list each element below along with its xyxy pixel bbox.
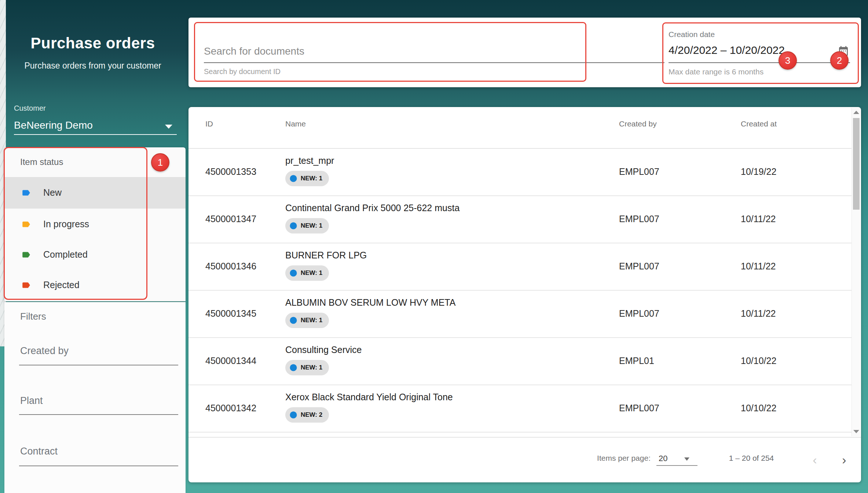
status-filter-in-progress[interactable]: In progress xyxy=(4,209,186,240)
pagination-range: 1 – 20 of 254 xyxy=(717,454,786,463)
table-row[interactable]: Continental Grand Prix 5000 25-622 musta… xyxy=(188,196,851,243)
previous-page-button[interactable]: ‹ xyxy=(807,452,822,467)
chevron-down-icon[interactable] xyxy=(684,457,689,461)
filters-panel: Filters Created by Plant Contract xyxy=(4,302,186,493)
next-page-button[interactable]: › xyxy=(837,452,851,467)
status-badge: NEW: 1 xyxy=(285,265,329,281)
new-status-dot-icon xyxy=(290,411,297,419)
status-filter-completed[interactable]: Completed xyxy=(4,239,186,271)
table-row[interactable]: Xerox Black Standard Yield Original Tone… xyxy=(188,385,851,433)
order-name: Consulting Service xyxy=(285,345,362,355)
creation-date-underline xyxy=(669,62,850,63)
order-created-at: 10/10/22 xyxy=(741,403,776,413)
new-status-dot-icon xyxy=(290,269,297,277)
label-tag-icon xyxy=(21,280,31,290)
order-created-by: EMPL01 xyxy=(619,356,654,366)
order-created-by: EMPL007 xyxy=(619,214,659,224)
input-underline xyxy=(19,466,178,466)
order-id: 4500001342 xyxy=(205,403,256,413)
label-tag-icon xyxy=(21,250,31,260)
filter-contract-input[interactable]: Contract xyxy=(4,446,186,477)
column-header-created-at: Created at xyxy=(741,119,777,128)
input-underline xyxy=(19,414,178,415)
customer-label: Customer xyxy=(14,104,46,113)
item-status-title: Item status xyxy=(20,157,63,167)
input-underline xyxy=(19,365,178,365)
scroll-down-arrow-icon[interactable] xyxy=(853,430,859,433)
order-name: BURNER FOR LPG xyxy=(285,250,367,261)
label-tag-icon xyxy=(21,188,31,198)
filter-created-by-placeholder: Created by xyxy=(20,345,69,357)
filter-plant-placeholder: Plant xyxy=(20,395,43,406)
purchase-orders-table-card: ID Name Created by Created at pr_test_mp… xyxy=(188,107,861,482)
order-created-at: 10/11/22 xyxy=(741,261,776,272)
scroll-up-arrow-icon[interactable] xyxy=(853,111,859,114)
order-id: 4500001345 xyxy=(205,308,256,319)
items-per-page-select[interactable]: 20 xyxy=(659,454,667,463)
table-row[interactable]: Consulting Service 4500001344 NEW: 1 EMP… xyxy=(188,338,851,385)
order-created-at: 10/11/22 xyxy=(741,214,776,224)
annotation-badge-2: 2 xyxy=(830,51,849,70)
footer-divider xyxy=(188,437,861,438)
order-id: 4500001353 xyxy=(205,166,256,177)
status-label: Completed xyxy=(43,249,88,260)
creation-date-helper-text: Max date range is 6 months xyxy=(669,67,763,76)
creation-date-range-input[interactable]: 4/20/2022 – 10/20/2022 xyxy=(669,44,785,56)
chevron-down-icon xyxy=(165,125,172,129)
order-name: Continental Grand Prix 5000 25-622 musta xyxy=(285,203,459,213)
column-header-id: ID xyxy=(205,119,213,128)
page-subtitle: Purchase orders from your customer xyxy=(0,61,186,71)
order-created-by: EMPL007 xyxy=(619,308,659,319)
status-badge: NEW: 2 xyxy=(285,407,329,423)
order-id: 4500001347 xyxy=(205,214,256,224)
annotation-badge-1: 1 xyxy=(151,153,169,172)
order-name: Xerox Black Standard Yield Original Tone xyxy=(285,392,453,402)
document-search-input[interactable]: Search for documents xyxy=(204,45,304,57)
status-filter-new[interactable]: New xyxy=(4,177,186,209)
vertical-scrollbar[interactable] xyxy=(851,108,860,436)
new-status-dot-icon xyxy=(290,222,297,229)
order-created-by: EMPL007 xyxy=(619,166,659,177)
annotation-badge-3: 3 xyxy=(779,51,797,70)
items-per-page-underline xyxy=(656,465,697,466)
customer-select[interactable]: BeNeering Demo xyxy=(14,118,177,135)
order-created-at: 10/11/22 xyxy=(741,308,776,319)
status-badge: NEW: 1 xyxy=(285,313,329,328)
label-tag-icon xyxy=(21,220,31,229)
page-title: Purchase orders xyxy=(0,34,186,52)
order-created-at: 10/10/22 xyxy=(741,356,776,366)
search-underline xyxy=(204,62,664,63)
new-status-dot-icon xyxy=(290,175,297,182)
column-header-created-by: Created by xyxy=(619,119,657,128)
filter-contract-placeholder: Contract xyxy=(20,446,58,457)
filter-plant-input[interactable]: Plant xyxy=(4,395,186,426)
order-created-at: 10/19/22 xyxy=(741,166,776,177)
new-status-dot-icon xyxy=(290,364,297,371)
table-row[interactable]: BURNER FOR LPG 4500001346 NEW: 1 EMPL007… xyxy=(188,243,851,291)
scrollbar-thumb[interactable] xyxy=(853,118,860,210)
order-id: 4500001346 xyxy=(205,261,256,272)
status-label: Rejected xyxy=(43,280,80,290)
customer-selected-value: BeNeering Demo xyxy=(14,119,93,131)
search-helper-text: Search by document ID xyxy=(204,67,281,76)
column-header-name: Name xyxy=(285,119,306,128)
new-status-dot-icon xyxy=(290,317,297,324)
filters-title: Filters xyxy=(20,311,46,322)
order-created-by: EMPL007 xyxy=(619,403,659,413)
order-name: ALBUMIN BOV SERUM LOW HVY META xyxy=(285,297,455,308)
status-badge: NEW: 1 xyxy=(285,360,329,375)
status-badge: NEW: 1 xyxy=(285,171,329,186)
table-row[interactable]: pr_test_mpr 4500001353 NEW: 1 EMPL007 10… xyxy=(188,149,851,196)
filter-created-by-input[interactable]: Created by xyxy=(4,345,186,376)
items-per-page-label: Items per page: xyxy=(570,454,651,463)
order-name: pr_test_mpr xyxy=(285,155,334,166)
order-id: 4500001344 xyxy=(205,356,256,366)
status-filter-rejected[interactable]: Rejected xyxy=(4,269,186,301)
order-created-by: EMPL007 xyxy=(619,261,659,272)
status-label: New xyxy=(43,187,62,198)
creation-date-label: Creation date xyxy=(669,30,715,39)
table-row[interactable]: ALBUMIN BOV SERUM LOW HVY META 450000134… xyxy=(188,291,851,338)
status-label: In progress xyxy=(43,219,89,229)
status-badge: NEW: 1 xyxy=(285,218,329,233)
search-toolbar-card: Search for documents Search by document … xyxy=(188,18,861,87)
